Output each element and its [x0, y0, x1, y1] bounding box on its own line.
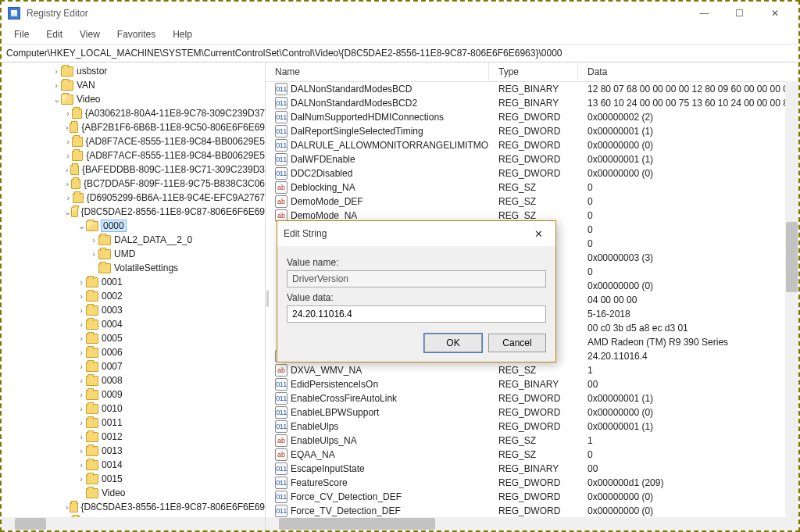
value-row[interactable]: EnableUlpsREG_DWORD0x00000001 (1) [266, 420, 798, 434]
tree-item[interactable]: ›0003 [2, 303, 265, 317]
expand-icon[interactable]: › [77, 376, 86, 385]
tree-item[interactable]: ›0011 [2, 416, 265, 430]
value-row[interactable]: Deblocking_NAREG_SZ0 [266, 180, 798, 195]
menu-file[interactable]: File [6, 27, 37, 42]
expand-icon[interactable]: › [64, 165, 70, 174]
expand-icon[interactable]: › [64, 502, 70, 512]
expand-icon[interactable]: › [77, 291, 86, 301]
expand-icon[interactable]: › [64, 137, 72, 146]
value-data-field[interactable] [287, 305, 546, 323]
cancel-button[interactable]: Cancel [488, 334, 546, 352]
expand-icon[interactable]: › [77, 474, 86, 484]
expand-icon[interactable]: › [64, 179, 71, 188]
tree-item[interactable]: ›0014 [2, 458, 265, 472]
menu-favorites[interactable]: Favorites [109, 27, 163, 42]
tree-item[interactable]: ›{ABF2B1F6-6B6B-11E8-9C50-806E6F6E69 [2, 120, 265, 134]
tree-item[interactable]: ›UMD [2, 247, 265, 261]
tree-item[interactable]: ⌄Video [2, 92, 265, 106]
expand-icon[interactable]: › [64, 193, 73, 202]
values-horizontal-scrollbar[interactable] [266, 517, 798, 530]
menu-help[interactable]: Help [165, 27, 200, 42]
expand-icon[interactable]: › [89, 235, 98, 245]
tree-item[interactable]: ›0015 [2, 472, 265, 486]
expand-icon[interactable]: › [77, 305, 86, 315]
tree-item[interactable]: Video [2, 486, 265, 500]
maximize-button[interactable]: ☐ [722, 2, 757, 24]
menu-view[interactable]: View [72, 27, 108, 42]
expand-icon[interactable]: › [77, 404, 86, 413]
tree-item[interactable]: ›VAN [2, 78, 265, 92]
tree-item[interactable]: ›{A0306218-80A4-11E8-9C78-309C239D37 [2, 106, 265, 120]
value-row[interactable]: EnableLBPWSupportREG_DWORD0x00000000 (0) [266, 405, 798, 420]
close-button[interactable]: ✕ [757, 2, 792, 24]
value-row[interactable]: DalReportSingleSelectedTimingREG_DWORD0x… [266, 124, 798, 138]
tree-horizontal-scrollbar[interactable] [2, 517, 265, 530]
value-row[interactable]: FeatureScoreREG_DWORD0x000000d1 (209) [266, 476, 798, 490]
expand-icon[interactable]: › [77, 446, 86, 455]
tree-item[interactable]: ›DAL2_DATA__2_0 [2, 233, 265, 247]
expand-icon[interactable]: ⌄ [77, 221, 86, 231]
dialog-close-button[interactable]: ✕ [527, 226, 549, 241]
tree-item[interactable]: ›0013 [2, 444, 265, 458]
col-name[interactable]: Name [266, 62, 489, 81]
tree-item[interactable]: ›0006 [2, 345, 265, 359]
expand-icon[interactable]: › [77, 348, 86, 357]
ok-button[interactable]: OK [424, 334, 482, 352]
tree-item[interactable]: ⌄0000 [2, 219, 265, 233]
expand-icon[interactable]: › [77, 390, 86, 399]
value-row[interactable]: DXVA_WMV_NAREG_SZ1 [266, 363, 798, 377]
tree-item[interactable]: ›0004 [2, 317, 265, 331]
tree-item[interactable]: ⌄{D8C5DAE2-8556-11E8-9C87-806E6F6E69 [2, 205, 265, 219]
value-row[interactable]: Force_TV_Detection_DEFREG_DWORD0x0000000… [266, 504, 798, 517]
expand-icon[interactable]: › [77, 320, 86, 329]
value-row[interactable]: DDC2DisabledREG_DWORD0x00000000 (0) [266, 166, 798, 180]
values-vertical-scrollbar[interactable] [785, 81, 798, 518]
minimize-button[interactable]: — [687, 2, 722, 24]
tree-item[interactable]: ›0007 [2, 359, 265, 373]
expand-icon[interactable]: › [77, 277, 86, 287]
tree-item[interactable]: ›usbstor [2, 64, 265, 78]
expand-icon[interactable]: ⌄ [52, 95, 61, 105]
tree-item[interactable]: ›{AD8F7ACF-8555-11E8-9C84-BB00629E5 [2, 148, 265, 162]
value-row[interactable]: DALNonStandardModesBCDREG_BINARY12 80 07… [266, 82, 798, 96]
value-row[interactable]: DALNonStandardModesBCD2REG_BINARY13 60 1… [266, 96, 798, 110]
value-row[interactable]: DemoMode_DEFREG_SZ0 [266, 195, 798, 209]
expand-icon[interactable]: › [77, 418, 86, 427]
address-bar[interactable]: Computer\HKEY_LOCAL_MACHINE\SYSTEM\Curre… [2, 45, 798, 62]
expand-icon[interactable]: › [77, 334, 86, 343]
expand-icon[interactable]: › [64, 109, 72, 118]
expand-icon[interactable]: › [89, 249, 98, 259]
tree-item[interactable]: VolatileSettings [2, 261, 265, 275]
tree-item[interactable]: ›{D6905299-6B6A-11E8-9C4E-EFC9A2767 [2, 191, 265, 205]
tree-item[interactable]: ›0012 [2, 430, 265, 444]
col-type[interactable]: Type [489, 62, 578, 81]
expand-icon[interactable]: › [64, 123, 70, 132]
value-row[interactable]: DalNumSupportedHDMIConnectionsREG_DWORD0… [266, 110, 798, 124]
tree-item[interactable]: ›0005 [2, 331, 265, 345]
expand-icon[interactable]: › [77, 432, 86, 441]
expand-icon[interactable]: › [64, 151, 72, 160]
value-row[interactable]: EnableCrossFireAutoLinkREG_DWORD0x000000… [266, 391, 798, 405]
col-data[interactable]: Data [578, 62, 798, 81]
tree-item[interactable]: ›0009 [2, 387, 265, 402]
tree-item[interactable]: ›0002 [2, 289, 265, 303]
expand-icon[interactable]: › [52, 80, 61, 90]
value-row[interactable]: EdidPersistenceIsOnREG_BINARY00 [266, 377, 798, 391]
tree-item[interactable]: ›0001 [2, 275, 265, 289]
expand-icon[interactable]: › [52, 66, 61, 76]
expand-icon[interactable]: ⌄ [64, 207, 71, 217]
expand-icon[interactable]: › [77, 362, 86, 371]
tree-item[interactable]: ›0010 [2, 402, 265, 416]
expand-icon[interactable]: › [77, 460, 86, 470]
tree-item[interactable]: ›0008 [2, 373, 265, 387]
value-row[interactable]: EnableUlps_NAREG_SZ1 [266, 434, 798, 448]
value-row[interactable]: EscapeInputStateREG_BINARY00 [266, 462, 798, 476]
value-row[interactable]: DalWFDEnableREG_DWORD0x00000001 (1) [266, 152, 798, 166]
value-row[interactable]: Force_CV_Detection_DEFREG_DWORD0x0000000… [266, 490, 798, 504]
value-row[interactable]: EQAA_NAREG_SZ0 [266, 448, 798, 462]
tree-item[interactable]: ›{BC7DDA5F-809F-11E8-9C75-B838C3C06 [2, 177, 265, 191]
value-row[interactable]: DALRULE_ALLOWMONITORRANGELIMITMODESCRTRE… [266, 138, 798, 152]
menu-edit[interactable]: Edit [38, 27, 70, 42]
tree-item[interactable]: ›{D8C5DAE3-8556-11E8-9C87-806E6F6E69 [2, 500, 265, 514]
tree-item[interactable]: ›{BAFEDDBB-809C-11E8-9C71-309C239D3 [2, 162, 265, 177]
